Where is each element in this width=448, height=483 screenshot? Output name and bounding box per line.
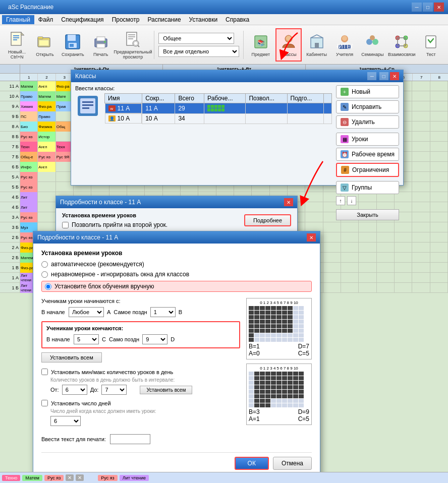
new-btn[interactable]: Новый...Ctrl+N: [4, 28, 30, 62]
maximize-btn[interactable]: □: [423, 3, 433, 12]
edit-class-btn[interactable]: ✎ Исправить: [336, 100, 399, 113]
schedule-cell[interactable]: Рус яз: [20, 132, 38, 142]
schedule-cell[interactable]: [430, 192, 448, 202]
schedule-cell[interactable]: [38, 202, 55, 212]
schedule-cell[interactable]: Физика: [38, 122, 55, 132]
schedule-cell[interactable]: [430, 232, 448, 243]
days-input[interactable]: [41, 400, 48, 406]
schedule-cell[interactable]: [323, 273, 341, 283]
schedule-cell[interactable]: [359, 222, 376, 232]
close-tab1[interactable]: ✕: [66, 474, 74, 481]
schedule-cell[interactable]: [412, 253, 430, 263]
groups-btn[interactable]: ▽ Группы: [336, 181, 399, 194]
schedule-cell[interactable]: Техн: [20, 142, 38, 152]
schedule-cell[interactable]: [341, 232, 359, 243]
schedule-cell[interactable]: Право: [38, 111, 55, 122]
details-btn[interactable]: Подробнее: [244, 214, 291, 226]
schedule-cell[interactable]: Лит: [20, 202, 38, 212]
test-btn[interactable]: Тест: [418, 28, 444, 62]
schedule-cell[interactable]: [359, 283, 376, 293]
schedule-cell[interactable]: [412, 111, 430, 122]
open-btn[interactable]: Открыть: [32, 28, 58, 62]
menu-view[interactable]: Просмотр: [108, 15, 144, 24]
radio-uneven[interactable]: неравномерное - игнорировать окна для кл…: [41, 271, 312, 278]
subject-btn[interactable]: 📚 Предмет: [248, 28, 273, 62]
schedule-cell[interactable]: [377, 253, 395, 263]
radio-uneven-input[interactable]: [41, 271, 48, 278]
details-small-close[interactable]: ✕: [284, 198, 293, 206]
schedule-cell[interactable]: Лит: [20, 192, 38, 202]
schedule-cell[interactable]: [341, 253, 359, 263]
schedule-cell[interactable]: [430, 273, 448, 283]
schedule-cell[interactable]: [430, 101, 448, 111]
classes-min-btn[interactable]: ─: [367, 72, 376, 80]
schedule-cell[interactable]: [305, 212, 323, 222]
schedule-cell[interactable]: Рус яз: [38, 152, 55, 162]
schedule-cell[interactable]: [395, 273, 412, 283]
schedule-cell[interactable]: [395, 222, 412, 232]
schedule-cell[interactable]: [323, 232, 341, 243]
schedule-cell[interactable]: Био: [20, 122, 38, 132]
schedule-cell[interactable]: [395, 253, 412, 263]
schedule-cell[interactable]: [430, 263, 448, 273]
schedule-cell[interactable]: [412, 212, 430, 222]
schedule-cell[interactable]: [412, 81, 430, 91]
schedule-cell[interactable]: [323, 253, 341, 263]
view-select[interactable]: Общее: [158, 33, 234, 44]
from-select[interactable]: 6: [62, 385, 87, 395]
end-latest-select[interactable]: 9: [142, 334, 167, 344]
schedule-cell[interactable]: [38, 172, 55, 182]
schedule-cell[interactable]: [430, 81, 448, 91]
delete-class-btn[interactable]: ⊖ Удалить: [336, 115, 399, 129]
schedule-cell[interactable]: [395, 263, 412, 273]
schedule-cell[interactable]: [430, 222, 448, 232]
schedule-cell[interactable]: [430, 172, 448, 182]
menu-spec[interactable]: Спецификация: [57, 15, 107, 24]
classes-max-btn[interactable]: □: [379, 72, 388, 80]
schedule-cell[interactable]: Физ-ра: [38, 101, 55, 111]
close-tab2[interactable]: ✕: [76, 474, 84, 481]
schedule-cell[interactable]: [341, 222, 359, 232]
schedule-cell[interactable]: [430, 202, 448, 212]
menu-help[interactable]: Справка: [221, 15, 253, 24]
print-input[interactable]: [110, 434, 150, 444]
schedule-cell[interactable]: [305, 192, 323, 202]
schedule-cell[interactable]: Общ-е: [20, 152, 38, 162]
radio-auto-input[interactable]: [41, 261, 48, 268]
print-btn[interactable]: Печать: [88, 28, 114, 62]
menu-file[interactable]: Файл: [34, 15, 58, 24]
schedule-cell[interactable]: Англ: [38, 162, 55, 172]
classes-close-btn[interactable]: ✕: [390, 72, 399, 80]
schedule-cell[interactable]: [412, 162, 430, 172]
allow-second-lesson-input[interactable]: [62, 222, 69, 228]
schedule-cell[interactable]: ПС: [20, 111, 38, 122]
worktime-btn[interactable]: ⏰ Рабочее время: [336, 148, 399, 161]
schedule-cell[interactable]: Англ: [38, 142, 55, 152]
start-latest-select[interactable]: 1: [150, 307, 176, 317]
schedule-cell[interactable]: [412, 273, 430, 283]
schedule-cell[interactable]: Матем: [20, 81, 38, 91]
schedule-cell[interactable]: Инфо: [20, 162, 38, 172]
schedule-cell[interactable]: [377, 243, 395, 253]
table-row[interactable]: 👤 10 А 10 А 34: [105, 113, 332, 124]
table-row[interactable]: w 11 А 11 А 29: [105, 103, 332, 114]
schedule-cell[interactable]: [430, 162, 448, 172]
schedule-cell[interactable]: [377, 263, 395, 273]
down-btn[interactable]: ↓: [347, 196, 356, 205]
radio-auto[interactable]: автоматическое (рекомендуется): [41, 261, 312, 268]
schedule-cell[interactable]: [412, 122, 430, 132]
up-btn[interactable]: ↑: [336, 196, 345, 205]
schedule-cell[interactable]: Право: [20, 91, 38, 101]
menu-settings[interactable]: Установки: [185, 15, 221, 24]
schedule-cell[interactable]: [412, 263, 430, 273]
to-select[interactable]: 7: [101, 385, 127, 395]
schedule-cell[interactable]: Матем: [38, 91, 55, 101]
schedule-cell[interactable]: [412, 91, 430, 101]
bottom-subject-rusyaz2[interactable]: Рус яз: [98, 475, 117, 481]
schedule-cell[interactable]: [359, 273, 376, 283]
schedule-cell[interactable]: [341, 273, 359, 283]
schedule-cell[interactable]: Рус яз: [20, 172, 38, 182]
schedule-cell[interactable]: [377, 273, 395, 283]
classes-btn[interactable]: Классы: [275, 28, 302, 62]
preview-btn[interactable]: Предварительныйпросмотр: [116, 28, 150, 62]
